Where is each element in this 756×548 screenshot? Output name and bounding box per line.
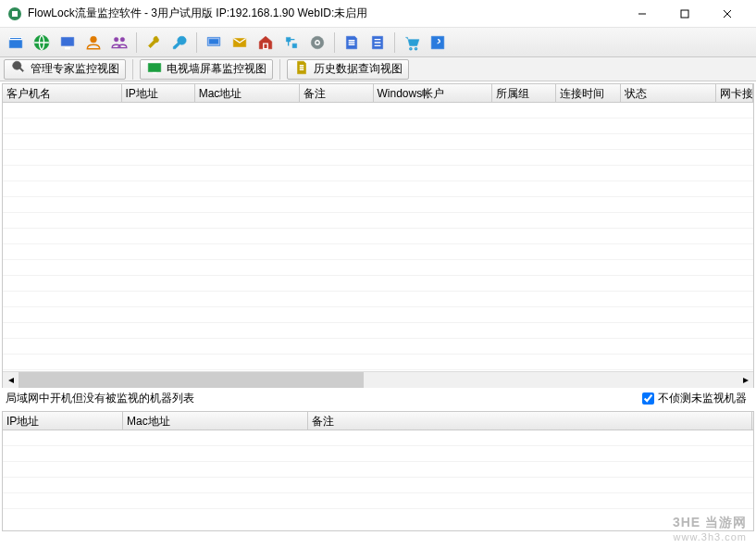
column-header[interactable]: 客户机名 bbox=[3, 84, 122, 102]
view-button-label: 管理专家监控视图 bbox=[31, 61, 119, 77]
tv-icon bbox=[146, 59, 163, 79]
column-header[interactable]: IP地址 bbox=[3, 412, 123, 430]
close-button[interactable] bbox=[706, 0, 749, 28]
user-icon[interactable] bbox=[81, 31, 105, 55]
table-row[interactable] bbox=[3, 493, 753, 509]
view-button-label: 电视墙屏幕监控视图 bbox=[167, 61, 266, 77]
table-row[interactable] bbox=[3, 355, 753, 370]
no-detect-checkbox-label: 不侦测未监视机器 bbox=[658, 391, 747, 406]
lower-section-label: 局域网中开机但没有被监视的机器列表 bbox=[0, 388, 200, 409]
table-row[interactable] bbox=[3, 197, 753, 213]
column-header[interactable]: 连接时间 bbox=[556, 84, 620, 102]
no-detect-checkbox-input[interactable] bbox=[642, 392, 654, 405]
globe-icon[interactable] bbox=[30, 31, 54, 55]
scroll-left-arrow[interactable]: ◂ bbox=[3, 372, 19, 388]
toolbar-separator bbox=[196, 32, 197, 53]
window-title: FlowLock流量监控软件 - 3用户试用版 IP:192.168.1.90 … bbox=[28, 6, 621, 21]
toolbar-separator bbox=[394, 32, 395, 53]
column-header[interactable]: 备注 bbox=[300, 84, 373, 102]
table-row[interactable] bbox=[3, 103, 753, 118]
doc-icon bbox=[293, 59, 310, 79]
lower-table-header: IP地址Mac地址备注 bbox=[3, 412, 753, 430]
disc-icon[interactable] bbox=[305, 31, 329, 55]
table-row[interactable] bbox=[3, 323, 753, 339]
column-header[interactable]: 网卡接 bbox=[716, 84, 753, 102]
no-detect-checkbox[interactable]: 不侦测未监视机器 bbox=[642, 391, 756, 406]
lower-table-body[interactable] bbox=[3, 430, 753, 530]
table-row[interactable] bbox=[3, 181, 753, 197]
table-row[interactable] bbox=[3, 260, 753, 276]
minimize-button[interactable] bbox=[621, 0, 663, 28]
scroll-track[interactable] bbox=[19, 372, 737, 388]
main-toolbar bbox=[0, 28, 756, 57]
table-row[interactable] bbox=[3, 292, 753, 307]
column-header[interactable]: 状态 bbox=[621, 84, 717, 102]
table-row[interactable] bbox=[3, 462, 753, 478]
lower-table: IP地址Mac地址备注 bbox=[2, 411, 754, 531]
table-row[interactable] bbox=[3, 150, 753, 166]
svg-rect-3 bbox=[681, 10, 688, 18]
log-icon[interactable] bbox=[340, 31, 364, 55]
column-header[interactable]: Mac地址 bbox=[123, 412, 308, 430]
view-button-label: 历史数据查询视图 bbox=[314, 61, 403, 77]
svg-rect-1 bbox=[12, 11, 18, 17]
table-row[interactable] bbox=[3, 430, 753, 446]
monitor-icon[interactable] bbox=[56, 31, 80, 55]
column-header[interactable]: Mac地址 bbox=[195, 84, 301, 102]
help-icon[interactable] bbox=[426, 31, 450, 55]
scroll-right-arrow[interactable]: ▸ bbox=[737, 372, 753, 388]
table-row[interactable] bbox=[3, 307, 753, 323]
table-row[interactable] bbox=[3, 166, 753, 181]
wrench-icon[interactable] bbox=[142, 31, 166, 55]
column-header[interactable]: 备注 bbox=[308, 412, 752, 430]
table-row[interactable] bbox=[3, 213, 753, 229]
table-row[interactable] bbox=[3, 339, 753, 355]
titlebar: FlowLock流量监控软件 - 3用户试用版 IP:192.168.1.90 … bbox=[0, 0, 756, 28]
house-icon[interactable] bbox=[254, 31, 278, 55]
list-icon[interactable] bbox=[366, 31, 390, 55]
cart-icon[interactable] bbox=[400, 31, 424, 55]
maximize-button[interactable] bbox=[663, 0, 706, 28]
table-row[interactable] bbox=[3, 244, 753, 260]
column-header[interactable]: IP地址 bbox=[122, 84, 195, 102]
table-row[interactable] bbox=[3, 118, 753, 134]
table-row[interactable] bbox=[3, 276, 753, 292]
mail-icon[interactable] bbox=[228, 31, 252, 55]
scroll-thumb[interactable] bbox=[19, 372, 364, 388]
main-table-body[interactable] bbox=[3, 103, 753, 371]
view-toolbar: 管理专家监控视图电视墙屏幕监控视图历史数据查询视图 bbox=[0, 57, 756, 81]
key-icon[interactable] bbox=[167, 31, 192, 55]
toolbar-separator bbox=[334, 32, 335, 53]
view-button-1[interactable]: 电视墙屏幕监控视图 bbox=[140, 59, 273, 80]
column-header[interactable]: Windows帐户 bbox=[374, 84, 493, 102]
view-button-2[interactable]: 历史数据查询视图 bbox=[287, 59, 409, 80]
net-icon[interactable] bbox=[279, 31, 304, 55]
main-table: 客户机名IP地址Mac地址备注Windows帐户所属组连接时间状态网卡接 ◂ ▸ bbox=[2, 83, 754, 388]
window-icon[interactable] bbox=[4, 31, 28, 55]
horizontal-scrollbar[interactable]: ◂ ▸ bbox=[3, 371, 753, 387]
screen-icon[interactable] bbox=[202, 31, 226, 55]
toolbar-separator bbox=[136, 32, 137, 53]
magnifier-icon bbox=[10, 59, 27, 79]
lower-section-header: 局域网中开机但没有被监视的机器列表 不侦测未监视机器 bbox=[0, 388, 756, 409]
table-row[interactable] bbox=[3, 478, 753, 493]
users-icon[interactable] bbox=[107, 31, 131, 55]
main-table-header: 客户机名IP地址Mac地址备注Windows帐户所属组连接时间状态网卡接 bbox=[3, 84, 753, 103]
table-row[interactable] bbox=[3, 229, 753, 244]
table-row[interactable] bbox=[3, 446, 753, 462]
view-button-0[interactable]: 管理专家监控视图 bbox=[4, 59, 126, 80]
column-header[interactable]: 所属组 bbox=[492, 84, 556, 102]
app-icon bbox=[7, 6, 22, 21]
table-row[interactable] bbox=[3, 134, 753, 150]
